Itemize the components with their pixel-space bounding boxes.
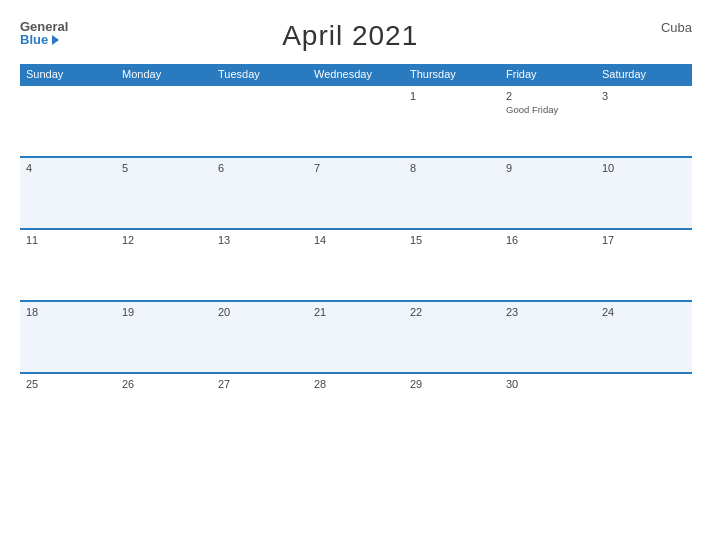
country-label: Cuba <box>632 20 692 35</box>
calendar-week-row: 18192021222324 <box>20 301 692 373</box>
calendar-week-row: 12Good Friday3 <box>20 85 692 157</box>
day-number: 15 <box>410 234 494 246</box>
day-number: 13 <box>218 234 302 246</box>
calendar-cell: 9 <box>500 157 596 229</box>
day-number: 1 <box>410 90 494 102</box>
day-number: 25 <box>26 378 110 390</box>
day-number: 29 <box>410 378 494 390</box>
day-number: 4 <box>26 162 110 174</box>
calendar-cell: 21 <box>308 301 404 373</box>
logo-blue-text: Blue <box>20 33 68 46</box>
day-number: 5 <box>122 162 206 174</box>
calendar-cell: 16 <box>500 229 596 301</box>
day-number: 9 <box>506 162 590 174</box>
day-number: 16 <box>506 234 590 246</box>
calendar-cell: 13 <box>212 229 308 301</box>
weekday-header-row: Sunday Monday Tuesday Wednesday Thursday… <box>20 64 692 85</box>
calendar-cell: 14 <box>308 229 404 301</box>
calendar-cell <box>116 85 212 157</box>
day-number: 21 <box>314 306 398 318</box>
header-tuesday: Tuesday <box>212 64 308 85</box>
day-number: 24 <box>602 306 686 318</box>
calendar-title: April 2021 <box>68 20 632 52</box>
day-number: 18 <box>26 306 110 318</box>
calendar-header: General Blue April 2021 Cuba <box>20 20 692 52</box>
calendar-cell: 30 <box>500 373 596 445</box>
calendar-cell: 7 <box>308 157 404 229</box>
day-number: 2 <box>506 90 590 102</box>
header-wednesday: Wednesday <box>308 64 404 85</box>
day-number: 12 <box>122 234 206 246</box>
calendar-cell: 25 <box>20 373 116 445</box>
day-number: 17 <box>602 234 686 246</box>
calendar-cell: 5 <box>116 157 212 229</box>
header-saturday: Saturday <box>596 64 692 85</box>
header-monday: Monday <box>116 64 212 85</box>
calendar-cell: 29 <box>404 373 500 445</box>
day-number: 19 <box>122 306 206 318</box>
calendar-cell: 19 <box>116 301 212 373</box>
calendar-cell: 28 <box>308 373 404 445</box>
logo: General Blue <box>20 20 68 46</box>
header-thursday: Thursday <box>404 64 500 85</box>
calendar-cell: 20 <box>212 301 308 373</box>
calendar-week-row: 45678910 <box>20 157 692 229</box>
day-number: 27 <box>218 378 302 390</box>
day-number: 23 <box>506 306 590 318</box>
day-number: 14 <box>314 234 398 246</box>
day-number: 8 <box>410 162 494 174</box>
logo-triangle-icon <box>52 35 59 45</box>
calendar-cell <box>212 85 308 157</box>
header-friday: Friday <box>500 64 596 85</box>
calendar-cell: 27 <box>212 373 308 445</box>
day-number: 3 <box>602 90 686 102</box>
holiday-label: Good Friday <box>506 104 590 115</box>
day-number: 26 <box>122 378 206 390</box>
calendar-cell: 8 <box>404 157 500 229</box>
calendar-cell: 4 <box>20 157 116 229</box>
calendar-cell: 2Good Friday <box>500 85 596 157</box>
day-number: 7 <box>314 162 398 174</box>
calendar-cell <box>596 373 692 445</box>
calendar-cell: 12 <box>116 229 212 301</box>
calendar-cell: 23 <box>500 301 596 373</box>
calendar-week-row: 11121314151617 <box>20 229 692 301</box>
calendar-cell: 10 <box>596 157 692 229</box>
calendar-cell <box>20 85 116 157</box>
header-sunday: Sunday <box>20 64 116 85</box>
day-number: 22 <box>410 306 494 318</box>
calendar-cell: 6 <box>212 157 308 229</box>
day-number: 10 <box>602 162 686 174</box>
calendar-container: General Blue April 2021 Cuba Sunday Mond… <box>0 0 712 550</box>
calendar-cell <box>308 85 404 157</box>
day-number: 30 <box>506 378 590 390</box>
calendar-cell: 3 <box>596 85 692 157</box>
calendar-week-row: 252627282930 <box>20 373 692 445</box>
day-number: 28 <box>314 378 398 390</box>
day-number: 6 <box>218 162 302 174</box>
calendar-cell: 1 <box>404 85 500 157</box>
calendar-cell: 11 <box>20 229 116 301</box>
day-number: 20 <box>218 306 302 318</box>
calendar-cell: 18 <box>20 301 116 373</box>
day-number: 11 <box>26 234 110 246</box>
calendar-grid: Sunday Monday Tuesday Wednesday Thursday… <box>20 64 692 445</box>
calendar-cell: 17 <box>596 229 692 301</box>
calendar-cell: 22 <box>404 301 500 373</box>
calendar-cell: 24 <box>596 301 692 373</box>
calendar-cell: 15 <box>404 229 500 301</box>
calendar-cell: 26 <box>116 373 212 445</box>
